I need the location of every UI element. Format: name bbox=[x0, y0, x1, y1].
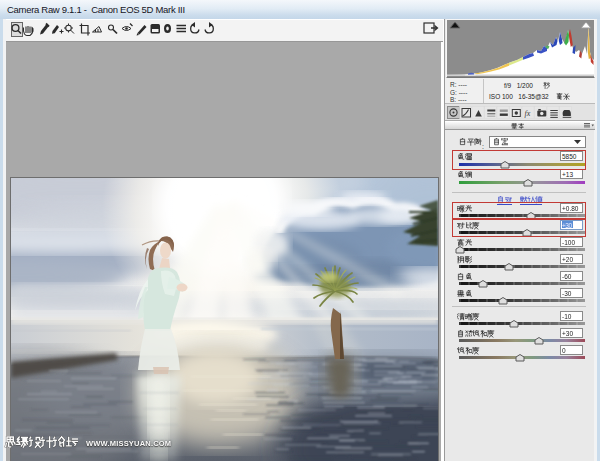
svg-text:fx: fx bbox=[525, 109, 531, 118]
